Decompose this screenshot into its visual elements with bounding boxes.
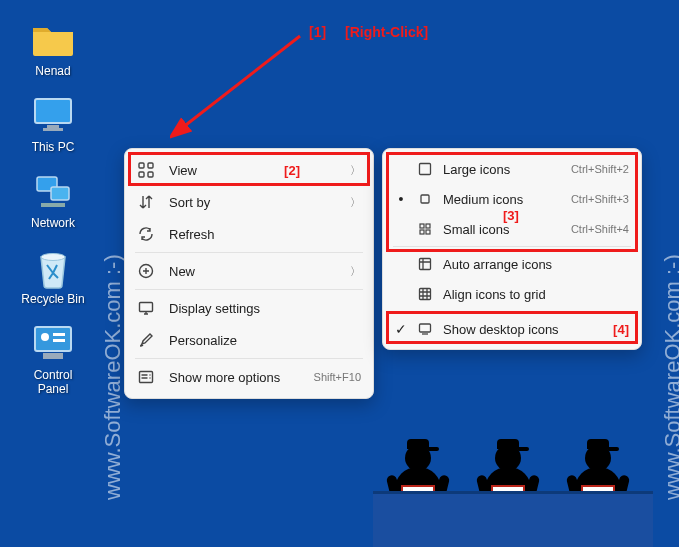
- menu-item-label: View: [169, 163, 270, 178]
- menu-item-personalize[interactable]: Personalize: [125, 324, 373, 356]
- auto-arrange-icon: [417, 256, 433, 272]
- brush-icon: [137, 331, 155, 349]
- menu-item-label: New: [169, 264, 336, 279]
- svg-rect-24: [420, 230, 424, 234]
- network-icon: [31, 172, 75, 212]
- svg-rect-1: [47, 125, 59, 128]
- desktop-icon-label: Recycle Bin: [21, 292, 84, 306]
- grid-icon: [137, 161, 155, 179]
- menu-item-label: Show more options: [169, 370, 300, 385]
- radio-mark-selected: •: [395, 191, 407, 207]
- menu-item-refresh[interactable]: Refresh: [125, 218, 373, 250]
- desktop-icon-this-pc[interactable]: This PC: [18, 96, 88, 154]
- more-options-icon: [137, 368, 155, 386]
- svg-rect-20: [420, 164, 431, 175]
- submenu-item-show-desktop-icons[interactable]: ✓ Show desktop icons [4]: [383, 314, 641, 344]
- desktop-icon-folder[interactable]: Nenad: [18, 20, 88, 78]
- submenu-item-shortcut: Ctrl+Shift+3: [571, 193, 629, 205]
- menu-item-sort-by[interactable]: Sort by 〉: [125, 186, 373, 218]
- menu-item-display-settings[interactable]: Display settings: [125, 292, 373, 324]
- menu-separator: [135, 358, 363, 359]
- submenu-item-label: Show desktop icons: [443, 322, 599, 337]
- desktop-icon-label: This PC: [32, 140, 75, 154]
- svg-rect-13: [139, 163, 144, 168]
- svg-rect-16: [148, 172, 153, 177]
- chevron-right-icon: 〉: [350, 264, 361, 279]
- submenu-item-large-icons[interactable]: Large icons Ctrl+Shift+2: [383, 154, 641, 184]
- menu-item-new[interactable]: New 〉: [125, 255, 373, 287]
- refresh-icon: [137, 225, 155, 243]
- menu-separator: [393, 246, 631, 247]
- menu-separator: [135, 252, 363, 253]
- menu-item-label: Display settings: [169, 301, 361, 316]
- submenu-item-shortcut: Ctrl+Shift+2: [571, 163, 629, 175]
- svg-rect-22: [420, 224, 424, 228]
- menu-item-label: Sort by: [169, 195, 336, 210]
- small-icons-icon: [417, 221, 433, 237]
- svg-rect-2: [43, 128, 63, 131]
- control-panel-icon: [31, 324, 75, 364]
- desktop-context-menu: View [2] 〉 Sort by 〉 Refresh New 〉 Displ…: [124, 148, 374, 399]
- annotation-right-click: [Right-Click]: [345, 24, 428, 40]
- desktop-icon-recycle-bin[interactable]: Recycle Bin: [18, 248, 88, 306]
- annotation-4: [4]: [613, 322, 629, 337]
- chevron-right-icon: 〉: [350, 195, 361, 210]
- svg-rect-28: [420, 324, 431, 332]
- plus-icon: [137, 262, 155, 280]
- chevron-right-icon: 〉: [350, 163, 361, 178]
- svg-point-6: [41, 254, 65, 261]
- annotation-2: [2]: [284, 163, 300, 178]
- submenu-item-label: Large icons: [443, 162, 561, 177]
- svg-rect-23: [426, 224, 430, 228]
- svg-rect-0: [35, 99, 71, 123]
- svg-rect-25: [426, 230, 430, 234]
- annotation-arrow: [170, 30, 310, 140]
- trash-icon: [31, 248, 75, 288]
- submenu-item-label: Align icons to grid: [443, 287, 629, 302]
- desktop-icon-label: Control Panel: [18, 368, 88, 396]
- sort-icon: [137, 193, 155, 211]
- desktop-icons-icon: [417, 321, 433, 337]
- svg-rect-18: [140, 303, 153, 312]
- submenu-item-shortcut: Ctrl+Shift+4: [571, 223, 629, 235]
- submenu-item-label: Auto arrange icons: [443, 257, 629, 272]
- display-icon: [137, 299, 155, 317]
- menu-item-show-more[interactable]: Show more options Shift+F10: [125, 361, 373, 393]
- svg-rect-9: [53, 333, 65, 336]
- annotation-1: [1]: [309, 24, 326, 40]
- svg-rect-5: [41, 203, 65, 207]
- submenu-item-label: Small icons: [443, 222, 561, 237]
- watermark-text: www.SoftwareOK.com :-): [660, 254, 679, 500]
- svg-rect-19: [140, 372, 153, 383]
- svg-rect-4: [51, 187, 69, 200]
- align-grid-icon: [417, 286, 433, 302]
- medium-icons-icon: [417, 191, 433, 207]
- svg-rect-27: [420, 289, 431, 300]
- svg-rect-11: [43, 353, 63, 359]
- desktop-icon-label: Nenad: [35, 64, 70, 78]
- folder-icon: [31, 20, 75, 60]
- view-submenu: Large icons Ctrl+Shift+2 • Medium icons …: [382, 148, 642, 350]
- submenu-item-align-grid[interactable]: Align icons to grid: [383, 279, 641, 309]
- submenu-item-auto-arrange[interactable]: Auto arrange icons: [383, 249, 641, 279]
- submenu-item-medium-icons[interactable]: • Medium icons Ctrl+Shift+3: [383, 184, 641, 214]
- menu-separator: [135, 289, 363, 290]
- svg-rect-14: [148, 163, 153, 168]
- monitor-icon: [31, 96, 75, 136]
- menu-item-shortcut: Shift+F10: [314, 371, 361, 383]
- svg-line-12: [182, 36, 300, 128]
- judges-graphic: 8 7 9: [373, 402, 653, 547]
- desktop-icon-label: Network: [31, 216, 75, 230]
- svg-rect-26: [420, 259, 431, 270]
- watermark-text: www.SoftwareOK.com :-): [100, 254, 126, 500]
- svg-rect-15: [139, 172, 144, 177]
- svg-rect-21: [421, 195, 429, 203]
- desktop-icon-control-panel[interactable]: Control Panel: [18, 324, 88, 396]
- menu-item-label: Refresh: [169, 227, 361, 242]
- desktop-icons-column: Nenad This PC Network Recycle Bin Contro…: [18, 20, 88, 396]
- desktop-icon-network[interactable]: Network: [18, 172, 88, 230]
- check-mark-checked: ✓: [395, 321, 407, 337]
- menu-item-view[interactable]: View [2] 〉: [125, 154, 373, 186]
- svg-rect-10: [53, 339, 65, 342]
- submenu-item-small-icons[interactable]: Small icons [3] Ctrl+Shift+4: [383, 214, 641, 244]
